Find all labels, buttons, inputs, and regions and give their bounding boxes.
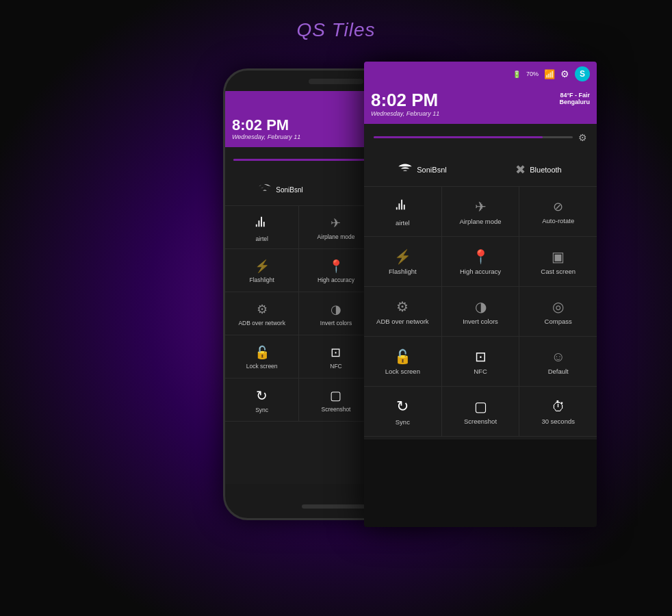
qs-time-big-1: 8:02 PM (232, 117, 300, 133)
qs-time-2: 8:02 PM Wednesday, February 11 (371, 90, 439, 117)
qs-date-2: Wednesday, February 11 (371, 110, 439, 117)
invert-icon-2: ◑ (475, 298, 487, 315)
qs-header-2: 8:02 PM Wednesday, February 11 84°F - Fa… (364, 86, 597, 124)
phones-container: 🔋 70% 📶 ⚙ S 8:02 PM Wednesday, February … (0, 55, 672, 616)
qs-row-1-2: airtel ✈ Airplane mode ⊘ Auto-rotate (364, 187, 597, 237)
qs-tile-sync-2[interactable]: ↻ Sync (364, 387, 442, 436)
nfc-label-2: NFC (474, 368, 487, 375)
qs-tile-flashlight-2[interactable]: ⚡ Flashlight (364, 237, 442, 286)
qs-tile-airplane-2[interactable]: ✈ Airplane mode (442, 187, 520, 236)
sync-label-2: Sync (396, 418, 410, 426)
airplane-icon-1: ✈ (331, 216, 341, 231)
wifi-icon-1 (258, 181, 272, 198)
qs-tile-adb-1[interactable]: ⚙ ADB over network (225, 292, 299, 335)
qs-tile-screenshot-2[interactable]: ▢ Screenshot (442, 387, 520, 436)
flashlight-icon-1: ⚡ (255, 259, 270, 274)
qs-tile-nfc-1[interactable]: ⊡ NFC (299, 335, 373, 378)
invert-label-2: Invert colors (463, 318, 498, 325)
qs-tile-lock-1[interactable]: 🔓 Lock screen (225, 335, 299, 378)
qs-wifi-item-2[interactable]: SoniBsnl (364, 154, 480, 186)
brightness-track-2[interactable] (374, 136, 573, 138)
flashlight-label-1: Flashlight (249, 277, 274, 283)
brightness-row-2[interactable]: ⚙ (364, 124, 597, 151)
qs-tile-sync-1[interactable]: ↻ Sync (225, 378, 299, 421)
wifi-label-1: SoniBsnl (276, 186, 302, 194)
qs-tile-cast-2[interactable]: ▣ Cast screen (519, 237, 597, 286)
qs-tile-timer-2[interactable]: ⏱ 30 seconds (519, 387, 597, 436)
rotate-label-2: Auto-rotate (542, 217, 574, 224)
brightness-fill-2 (374, 136, 543, 138)
invert-label-1: Invert colors (320, 320, 352, 326)
lock-icon-1: 🔓 (255, 345, 270, 360)
qs-tile-compass-2[interactable]: ◎ Compass (519, 287, 597, 336)
qs-wifi-item-1[interactable]: SoniBsnl (225, 175, 336, 205)
bt-icon-2: ✖ (515, 162, 526, 177)
screenshot-icon-1: ▢ (330, 388, 341, 403)
qs-row-3-2: ⚙ ADB over network ◑ Invert colors ◎ Com… (364, 287, 597, 337)
qs-bt-item-2[interactable]: ✖ Bluetooth (480, 154, 597, 186)
default-icon-2: ☺ (551, 349, 565, 365)
qs-tile-invert-1[interactable]: ◑ Invert colors (299, 292, 373, 335)
phone-bottom-bar-1 (302, 504, 370, 509)
screenshot-label-2: Screenshot (464, 418, 497, 425)
bt-label-2: Bluetooth (530, 166, 561, 174)
qs-time-1: 8:02 PM Wednesday, February 11 (232, 117, 300, 140)
adb-icon-1: ⚙ (257, 302, 268, 317)
cast-label-2: Cast screen (541, 268, 576, 275)
qs-tile-location-2[interactable]: 📍 High accuracy (442, 237, 520, 286)
gear-icon-2[interactable]: ⚙ (560, 68, 569, 79)
adb-label-2: ADB over network (376, 318, 429, 325)
qs-tile-screenshot-1[interactable]: ▢ Screenshot (299, 378, 373, 421)
avatar-2[interactable]: S (575, 66, 590, 81)
compass-label-2: Compass (545, 318, 572, 325)
qs-tile-default-2[interactable]: ☺ Default (519, 337, 597, 386)
status-bar-right-2: 🔋 70% 📶 ⚙ S (513, 66, 590, 81)
qs-grid-2: SoniBsnl ✖ Bluetooth airtel ✈ Airplane (364, 151, 597, 439)
qs-tile-adb-2[interactable]: ⚙ ADB over network (364, 287, 442, 336)
qs-tile-lock-2[interactable]: 🔓 Lock screen (364, 337, 442, 386)
airtel-label-2: airtel (396, 219, 410, 227)
sync-label-1: Sync (255, 407, 268, 413)
nfc-label-1: NFC (330, 363, 341, 370)
flashlight-icon-2: ⚡ (394, 248, 411, 265)
brightness-icon-2: ⚙ (578, 132, 587, 143)
screenshot-icon-2: ▢ (474, 398, 487, 415)
cast-icon-2: ▣ (552, 248, 565, 265)
battery-percent-2: 70% (526, 70, 539, 77)
rotate-icon-2: ⊘ (553, 199, 563, 214)
timer-icon-2: ⏱ (552, 399, 565, 415)
nfc-icon-1: ⊡ (331, 345, 341, 360)
airplane-icon-2: ✈ (475, 198, 487, 215)
airplane-label-1: Airplane mode (318, 233, 355, 240)
airplane-label-2: Airplane mode (459, 218, 501, 225)
signal-bars-2: 📶 (544, 69, 555, 79)
lock-icon-2: 🔓 (394, 348, 411, 365)
airtel-label-1: airtel (255, 235, 268, 242)
location-label-1: High accuracy (318, 277, 354, 283)
qs-tile-airtel-1[interactable]: airtel (225, 206, 299, 248)
sync-icon-2: ↻ (396, 398, 409, 415)
page-title: QS Tiles (296, 19, 375, 41)
qs-tile-flashlight-1[interactable]: ⚡ Flashlight (225, 249, 299, 292)
qs-tile-invert-2[interactable]: ◑ Invert colors (442, 287, 520, 336)
timer-label-2: 30 seconds (541, 418, 575, 425)
adb-label-1: ADB over network (238, 320, 285, 326)
adb-icon-2: ⚙ (396, 298, 409, 315)
battery-icon-2: 🔋 (513, 70, 521, 78)
qs-tile-rotate-2[interactable]: ⊘ Auto-rotate (519, 187, 597, 236)
phone-panel-2: 🔋 70% 📶 ⚙ S 8:02 PM Wednesday, February … (364, 62, 597, 527)
qs-tile-nfc-2[interactable]: ⊡ NFC (442, 337, 520, 386)
wifi-label-2: SoniBsnl (417, 166, 446, 174)
lock-label-2: Lock screen (385, 368, 420, 375)
qs-tile-airtel-2[interactable]: airtel (364, 187, 442, 236)
qs-tile-airplane-1[interactable]: ✈ Airplane mode (299, 206, 373, 248)
wifi-icon-2 (398, 161, 413, 179)
qs-row-2-2: ⚡ Flashlight 📍 High accuracy ▣ Cast scre… (364, 237, 597, 287)
qs-tile-location-1[interactable]: 📍 High accuracy (299, 249, 373, 292)
location-label-2: High accuracy (460, 268, 501, 275)
qs-wide-row-2: SoniBsnl ✖ Bluetooth (364, 154, 597, 187)
default-label-2: Default (548, 368, 569, 375)
signal-tile-icon-2 (395, 197, 410, 216)
lock-label-1: Lock screen (246, 363, 278, 370)
nfc-icon-2: ⊡ (475, 348, 487, 365)
